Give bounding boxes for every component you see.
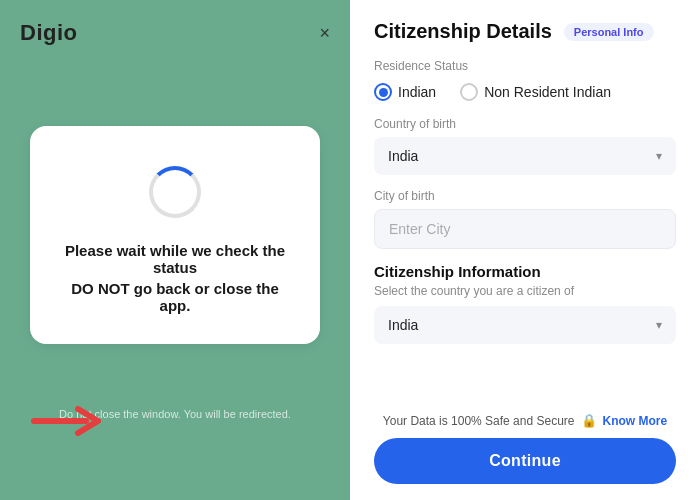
close-icon[interactable]: ×: [319, 23, 330, 44]
city-of-birth-label: City of birth: [374, 189, 676, 203]
citizenship-country-wrapper: India USA UK Others ▾: [374, 306, 676, 344]
residence-status-label: Residence Status: [374, 59, 676, 73]
country-of-birth-select[interactable]: India USA UK Others: [374, 137, 676, 175]
digio-logo: Digio: [20, 20, 78, 46]
city-of-birth-input[interactable]: [374, 209, 676, 249]
continue-button[interactable]: Continue: [374, 438, 676, 484]
radio-group: Indian Non Resident Indian: [374, 83, 676, 101]
radio-circle-indian[interactable]: [374, 83, 392, 101]
city-of-birth-section: City of birth: [374, 189, 676, 249]
digio-header: Digio ×: [20, 20, 330, 46]
citizenship-country-select[interactable]: India USA UK Others: [374, 306, 676, 344]
loading-text-sub: DO NOT go back or close the app.: [60, 280, 290, 314]
right-header: Citizenship Details Personal Info: [374, 20, 676, 43]
safety-text: Your Data is 100% Safe and Secure: [383, 414, 575, 428]
citizenship-info-sub: Select the country you are a citizen of: [374, 284, 676, 298]
country-of-birth-label: Country of birth: [374, 117, 676, 131]
radio-indian[interactable]: Indian: [374, 83, 436, 101]
right-panel: Citizenship Details Personal Info Reside…: [350, 0, 700, 500]
loading-text-main: Please wait while we check the status: [60, 242, 290, 276]
loading-card: Please wait while we check the status DO…: [30, 126, 320, 344]
citizenship-info-heading: Citizenship Information: [374, 263, 676, 280]
radio-nri[interactable]: Non Resident Indian: [460, 83, 611, 101]
country-of-birth-section: Country of birth India USA UK Others ▾: [374, 117, 676, 175]
left-panel: Digio × Please wait while we check the s…: [0, 0, 350, 500]
personal-info-badge: Personal Info: [564, 23, 654, 41]
lock-icon: 🔒: [581, 413, 597, 428]
citizenship-info-section: Citizenship Information Select the count…: [374, 263, 676, 344]
arrow-container: [30, 401, 110, 445]
arrow-icon: [30, 401, 110, 441]
know-more-link[interactable]: Know More: [603, 414, 668, 428]
footer-safety-row: Your Data is 100% Safe and Secure 🔒 Know…: [374, 403, 676, 428]
page-title: Citizenship Details: [374, 20, 552, 43]
radio-label-indian: Indian: [398, 84, 436, 100]
radio-circle-nri[interactable]: [460, 83, 478, 101]
radio-label-nri: Non Resident Indian: [484, 84, 611, 100]
country-of-birth-wrapper: India USA UK Others ▾: [374, 137, 676, 175]
loading-spinner: [149, 166, 201, 218]
